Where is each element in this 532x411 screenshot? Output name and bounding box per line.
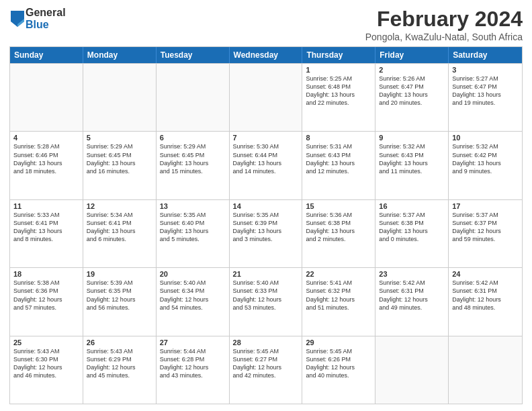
calendar-cell [157,64,230,131]
logo-icon [11,11,24,27]
day-number: 21 [233,270,299,278]
day-number: 9 [379,134,445,142]
calendar-cell: 29Sunrise: 5:45 AM Sunset: 6:26 PM Dayli… [302,336,375,404]
day-number: 8 [306,134,371,142]
calendar-cell: 7Sunrise: 5:30 AM Sunset: 6:44 PM Daylig… [230,132,303,199]
logo-text: General Blue [26,7,66,30]
day-number: 11 [13,202,79,210]
day-number: 20 [160,270,226,278]
calendar-cell: 25Sunrise: 5:43 AM Sunset: 6:30 PM Dayli… [10,336,83,404]
calendar-row-0: 1Sunrise: 5:25 AM Sunset: 6:48 PM Daylig… [10,63,522,131]
day-number: 28 [233,338,299,347]
calendar-cell: 14Sunrise: 5:35 AM Sunset: 6:39 PM Dayli… [230,200,303,267]
day-number: 2 [379,66,445,74]
day-number: 13 [160,202,226,210]
cell-text: Sunrise: 5:32 AM Sunset: 6:42 PM Dayligh… [452,142,519,175]
page: General Blue February 2024 Pongola, KwaZ… [0,0,532,411]
weekday-header-friday: Friday [375,47,449,63]
cell-text: Sunrise: 5:35 AM Sunset: 6:39 PM Dayligh… [233,211,299,244]
subtitle: Pongola, KwaZulu-Natal, South Africa [365,32,523,42]
cell-text: Sunrise: 5:42 AM Sunset: 6:31 PM Dayligh… [452,279,519,312]
day-number: 10 [452,134,519,142]
main-title: February 2024 [365,7,523,32]
calendar-cell: 22Sunrise: 5:41 AM Sunset: 6:32 PM Dayli… [302,268,375,335]
cell-text: Sunrise: 5:45 AM Sunset: 6:26 PM Dayligh… [306,347,371,380]
cell-text: Sunrise: 5:43 AM Sunset: 6:30 PM Dayligh… [13,347,79,380]
weekday-header-sunday: Sunday [10,47,83,63]
calendar-cell: 2Sunrise: 5:26 AM Sunset: 6:47 PM Daylig… [375,64,449,131]
day-number: 5 [87,134,152,142]
day-number: 6 [160,134,226,142]
calendar-row-3: 18Sunrise: 5:38 AM Sunset: 6:36 PM Dayli… [10,267,522,335]
calendar-cell [375,336,449,404]
calendar-row-4: 25Sunrise: 5:43 AM Sunset: 6:30 PM Dayli… [10,336,522,404]
day-number: 4 [13,134,79,142]
weekday-header-monday: Monday [83,47,157,63]
day-number: 7 [233,134,299,142]
day-number: 27 [160,338,226,347]
cell-text: Sunrise: 5:29 AM Sunset: 6:45 PM Dayligh… [160,142,226,175]
calendar-cell: 23Sunrise: 5:42 AM Sunset: 6:31 PM Dayli… [375,268,449,335]
cell-text: Sunrise: 5:34 AM Sunset: 6:41 PM Dayligh… [87,211,152,244]
calendar-cell: 8Sunrise: 5:31 AM Sunset: 6:43 PM Daylig… [302,132,375,199]
calendar-cell: 15Sunrise: 5:36 AM Sunset: 6:38 PM Dayli… [302,200,375,267]
cell-text: Sunrise: 5:38 AM Sunset: 6:36 PM Dayligh… [13,279,79,312]
day-number: 29 [306,338,371,347]
cell-text: Sunrise: 5:28 AM Sunset: 6:46 PM Dayligh… [13,142,79,175]
weekday-header-thursday: Thursday [302,47,375,63]
calendar-cell: 17Sunrise: 5:37 AM Sunset: 6:37 PM Dayli… [449,200,522,267]
header: General Blue February 2024 Pongola, KwaZ… [9,7,523,42]
calendar-cell: 6Sunrise: 5:29 AM Sunset: 6:45 PM Daylig… [157,132,230,199]
day-number: 17 [452,202,519,210]
calendar-cell: 3Sunrise: 5:27 AM Sunset: 6:47 PM Daylig… [449,64,522,131]
day-number: 3 [452,66,519,74]
day-number: 23 [379,270,445,278]
cell-text: Sunrise: 5:43 AM Sunset: 6:29 PM Dayligh… [87,347,152,380]
calendar-cell [449,336,522,404]
day-number: 19 [87,270,152,278]
calendar-cell: 18Sunrise: 5:38 AM Sunset: 6:36 PM Dayli… [10,268,83,335]
day-number: 25 [13,338,79,347]
cell-text: Sunrise: 5:39 AM Sunset: 6:35 PM Dayligh… [87,279,152,312]
calendar-cell: 16Sunrise: 5:37 AM Sunset: 6:38 PM Dayli… [375,200,449,267]
cell-text: Sunrise: 5:44 AM Sunset: 6:28 PM Dayligh… [160,347,226,380]
day-number: 14 [233,202,299,210]
day-number: 22 [306,270,371,278]
cell-text: Sunrise: 5:40 AM Sunset: 6:33 PM Dayligh… [233,279,299,312]
calendar-cell: 24Sunrise: 5:42 AM Sunset: 6:31 PM Dayli… [449,268,522,335]
weekday-header-tuesday: Tuesday [157,47,230,63]
calendar-cell [230,64,303,131]
calendar-cell: 9Sunrise: 5:32 AM Sunset: 6:43 PM Daylig… [375,132,449,199]
calendar-cell: 5Sunrise: 5:29 AM Sunset: 6:45 PM Daylig… [83,132,157,199]
weekday-header-wednesday: Wednesday [230,47,303,63]
calendar-cell: 1Sunrise: 5:25 AM Sunset: 6:48 PM Daylig… [302,64,375,131]
title-section: February 2024 Pongola, KwaZulu-Natal, So… [365,7,523,42]
day-number: 18 [13,270,79,278]
cell-text: Sunrise: 5:42 AM Sunset: 6:31 PM Dayligh… [379,279,445,312]
calendar-cell: 20Sunrise: 5:40 AM Sunset: 6:34 PM Dayli… [157,268,230,335]
cell-text: Sunrise: 5:35 AM Sunset: 6:40 PM Dayligh… [160,211,226,244]
calendar-cell: 10Sunrise: 5:32 AM Sunset: 6:42 PM Dayli… [449,132,522,199]
calendar-cell: 12Sunrise: 5:34 AM Sunset: 6:41 PM Dayli… [83,200,157,267]
calendar-cell: 26Sunrise: 5:43 AM Sunset: 6:29 PM Dayli… [83,336,157,404]
cell-text: Sunrise: 5:25 AM Sunset: 6:48 PM Dayligh… [306,75,371,107]
calendar-cell [83,64,157,131]
cell-text: Sunrise: 5:33 AM Sunset: 6:41 PM Dayligh… [13,211,79,244]
logo: General Blue [9,7,66,30]
calendar-row-2: 11Sunrise: 5:33 AM Sunset: 6:41 PM Dayli… [10,199,522,267]
day-number: 1 [306,66,371,74]
weekday-header-saturday: Saturday [449,47,522,63]
cell-text: Sunrise: 5:41 AM Sunset: 6:32 PM Dayligh… [306,279,371,312]
cell-text: Sunrise: 5:40 AM Sunset: 6:34 PM Dayligh… [160,279,226,312]
cell-text: Sunrise: 5:29 AM Sunset: 6:45 PM Dayligh… [87,142,152,175]
calendar: SundayMondayTuesdayWednesdayThursdayFrid… [9,46,523,404]
day-number: 26 [87,338,152,347]
calendar-row-1: 4Sunrise: 5:28 AM Sunset: 6:46 PM Daylig… [10,131,522,199]
cell-text: Sunrise: 5:32 AM Sunset: 6:43 PM Dayligh… [379,142,445,175]
calendar-cell [10,64,83,131]
calendar-cell: 19Sunrise: 5:39 AM Sunset: 6:35 PM Dayli… [83,268,157,335]
cell-text: Sunrise: 5:27 AM Sunset: 6:47 PM Dayligh… [452,75,519,107]
calendar-cell: 28Sunrise: 5:45 AM Sunset: 6:27 PM Dayli… [230,336,303,404]
calendar-cell: 27Sunrise: 5:44 AM Sunset: 6:28 PM Dayli… [157,336,230,404]
cell-text: Sunrise: 5:45 AM Sunset: 6:27 PM Dayligh… [233,347,299,380]
